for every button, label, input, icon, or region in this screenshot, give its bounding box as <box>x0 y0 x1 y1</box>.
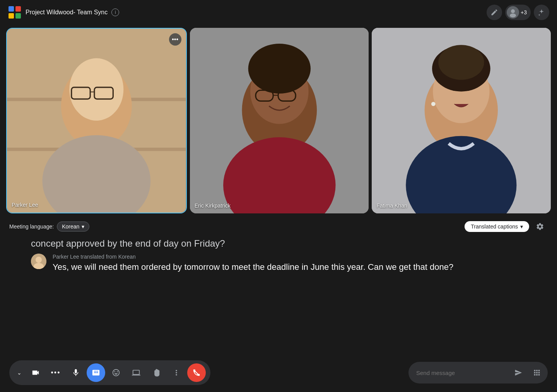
language-value: Korean <box>62 223 79 230</box>
caption-text-block: Parker Lee translated from Korean Yes, w… <box>53 254 453 273</box>
meeting-language-section: Meeting language: Korean ▾ <box>9 222 89 232</box>
translated-captions-chevron: ▾ <box>520 223 523 230</box>
sparkle-button[interactable] <box>534 5 549 20</box>
message-input[interactable] <box>416 370 507 376</box>
participant-count: +3 <box>521 9 527 15</box>
camera-options-button[interactable]: ⌄ <box>14 363 25 382</box>
bottom-bar: ⌄ ••• <box>0 353 557 392</box>
header: Project Wildwood- Team Sync i +3 <box>0 0 557 25</box>
fatima-name-tag: Fatima Khan <box>376 203 407 209</box>
svg-rect-1 <box>15 6 21 12</box>
caption-current-text: Yes, we will need them ordered by tomorr… <box>53 261 453 273</box>
speaker-label: Parker Lee translated from Korean <box>53 254 453 260</box>
overflow-button[interactable] <box>167 363 186 382</box>
parker-more-button[interactable]: ••• <box>169 33 181 46</box>
video-tile-eric[interactable]: Eric Kirkpatrick <box>190 28 369 213</box>
meeting-title: Project Wildwood- Team Sync <box>26 9 108 16</box>
svg-point-21 <box>288 62 309 83</box>
edit-button[interactable] <box>487 5 502 20</box>
google-logo <box>8 5 22 19</box>
svg-point-30 <box>439 45 484 80</box>
participant-avatar-main <box>507 6 519 19</box>
end-call-button[interactable] <box>187 363 206 382</box>
svg-rect-0 <box>9 6 14 12</box>
captions-button[interactable] <box>87 363 105 382</box>
more-options-button[interactable]: ••• <box>46 363 65 382</box>
language-chevron: ▾ <box>82 223 84 230</box>
parker-video <box>7 29 186 213</box>
message-input-area <box>408 362 548 383</box>
present-button[interactable] <box>127 363 145 382</box>
video-tile-fatima[interactable]: Fatima Khan <box>372 28 551 213</box>
parker-name-tag: Parker Lee <box>12 202 38 208</box>
svg-point-34 <box>36 257 42 263</box>
settings-button[interactable] <box>532 219 548 234</box>
svg-point-6 <box>510 14 516 17</box>
svg-point-5 <box>511 9 515 13</box>
speaker-avatar <box>31 254 46 269</box>
svg-point-20 <box>250 62 271 83</box>
caption-controls: Meeting language: Korean ▾ Translated ca… <box>0 213 557 234</box>
toolbar-group: ⌄ ••• <box>9 360 210 385</box>
raise-hand-button[interactable] <box>147 363 166 382</box>
video-tile-parker[interactable]: Parker Lee ••• <box>6 28 187 213</box>
translated-captions-label: Translated captions <box>471 223 518 230</box>
header-left: Project Wildwood- Team Sync i <box>8 5 119 19</box>
svg-point-11 <box>69 58 123 121</box>
info-icon[interactable]: i <box>111 9 119 16</box>
svg-rect-3 <box>15 13 21 19</box>
captions-area: concept approved by the end of day on Fr… <box>0 234 557 277</box>
eric-name-tag: Eric Kirkpatrick <box>195 203 231 209</box>
toolbar-section: ⌄ ••• <box>9 360 210 385</box>
caption-previous-text: concept approved by the end of day on Fr… <box>31 238 526 249</box>
svg-rect-2 <box>9 13 14 19</box>
fatima-video <box>372 28 551 213</box>
participants-badge[interactable]: +3 <box>505 5 531 20</box>
svg-point-32 <box>431 102 436 106</box>
video-grid: Parker Lee ••• <box>0 28 557 213</box>
emoji-button[interactable] <box>107 363 125 382</box>
language-dropdown[interactable]: Korean ▾ <box>57 222 89 232</box>
translated-captions-button[interactable]: Translated captions ▾ <box>465 221 529 232</box>
header-right: +3 <box>487 5 549 20</box>
eric-video <box>190 28 369 213</box>
apps-button[interactable] <box>529 365 545 380</box>
meeting-language-label: Meeting language: <box>9 223 54 230</box>
camera-button[interactable] <box>26 363 45 382</box>
translated-captions-section: Translated captions ▾ <box>465 219 548 234</box>
send-button[interactable] <box>511 365 526 380</box>
mic-button[interactable] <box>67 363 85 382</box>
caption-current-row: Parker Lee translated from Korean Yes, w… <box>31 254 526 273</box>
